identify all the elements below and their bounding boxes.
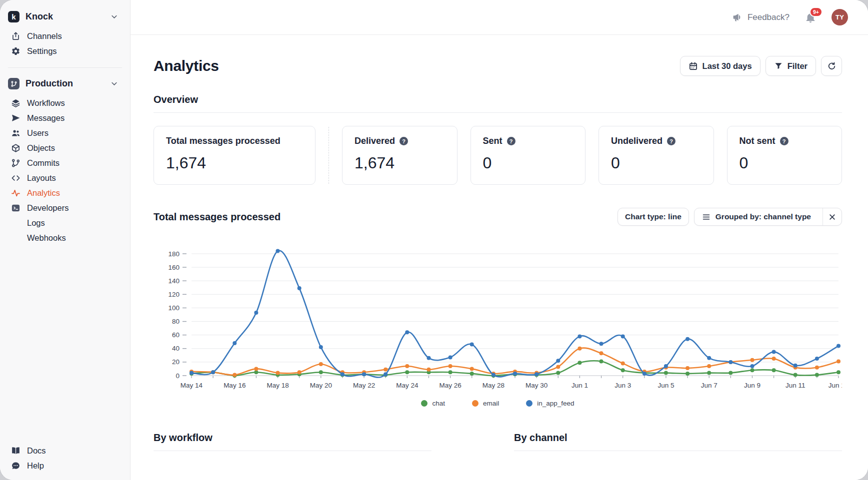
svg-text:Jun 13: Jun 13 xyxy=(828,382,842,389)
svg-text:Jun 5: Jun 5 xyxy=(658,382,674,389)
chart-section-heading: Total messages processed xyxy=(154,211,280,223)
developers-icon xyxy=(11,203,20,213)
workspace-switcher[interactable]: k Knock xyxy=(7,10,123,23)
refresh-icon xyxy=(827,61,836,71)
sidebar-item-label: Objects xyxy=(27,143,55,153)
sidebar-item-label: Settings xyxy=(27,46,57,56)
knock-logo-icon: k xyxy=(8,11,20,22)
settings-icon xyxy=(11,46,20,56)
stat-card-label: Delivered? xyxy=(354,136,445,146)
chart-type-label: Chart type: line xyxy=(625,212,682,221)
svg-text:20: 20 xyxy=(172,358,180,366)
svg-text:May 22: May 22 xyxy=(353,382,375,389)
stat-card-value: 1,674 xyxy=(166,154,303,172)
legend-item-email[interactable]: email xyxy=(472,400,499,407)
sidebar-item-channels[interactable]: Channels xyxy=(7,28,123,43)
by-channel-heading: By channel xyxy=(514,432,842,444)
stat-card-label: Total messages processed xyxy=(166,136,303,146)
svg-text:0: 0 xyxy=(176,372,180,380)
filter-label: Filter xyxy=(788,61,808,71)
svg-text:Jun 9: Jun 9 xyxy=(744,382,760,389)
sidebar-item-logs[interactable]: Logs xyxy=(7,215,123,230)
date-range-label: Last 30 days xyxy=(702,61,752,71)
sidebar-item-analytics[interactable]: Analytics xyxy=(7,185,123,200)
svg-text:140: 140 xyxy=(168,277,180,285)
legend-dot-icon xyxy=(526,400,532,407)
notifications-button[interactable]: 9+ xyxy=(804,11,816,23)
sidebar-item-label: Analytics xyxy=(27,188,60,198)
sidebar-primary-nav: ChannelsSettings xyxy=(7,28,123,58)
chevron-down-icon xyxy=(110,79,119,88)
svg-text:May 16: May 16 xyxy=(224,382,246,389)
stat-card-delivered: Delivered?1,674 xyxy=(342,126,458,185)
user-avatar[interactable]: TY xyxy=(832,9,848,25)
sidebar-item-developers[interactable]: Developers xyxy=(7,200,123,215)
close-icon xyxy=(828,212,837,222)
list-icon xyxy=(702,212,711,222)
svg-text:120: 120 xyxy=(168,291,180,298)
chart-type-button[interactable]: Chart type: line xyxy=(618,208,689,226)
stat-card-value: 1,674 xyxy=(354,154,445,172)
environment-switcher[interactable]: Production xyxy=(7,77,123,90)
svg-text:100: 100 xyxy=(168,304,180,312)
megaphone-icon xyxy=(732,12,742,22)
legend-label: chat xyxy=(432,400,445,407)
messages-line-chart[interactable]: 020406080100120140160180May 14May 16May … xyxy=(154,238,842,396)
sidebar-footer: DocsHelp xyxy=(7,438,123,473)
svg-text:May 26: May 26 xyxy=(439,382,461,389)
legend-item-in_app_feed[interactable]: in_app_feed xyxy=(526,400,574,407)
sidebar-item-messages[interactable]: Messages xyxy=(7,110,123,125)
by-workflow-rule xyxy=(154,451,432,451)
feedback-button[interactable]: Feedback? xyxy=(732,12,790,22)
stat-card-label: Not sent? xyxy=(740,136,830,146)
svg-text:Jun 1: Jun 1 xyxy=(572,382,588,389)
remove-grouping-button[interactable] xyxy=(822,208,842,225)
sidebar-item-help[interactable]: Help xyxy=(7,458,123,473)
overview-heading: Overview xyxy=(154,94,842,105)
svg-text:May 28: May 28 xyxy=(482,382,504,389)
sidebar-environment-nav: WorkflowsMessagesUsersObjectsCommitsLayo… xyxy=(7,95,123,245)
environment-name: Production xyxy=(26,78,104,89)
help-icon[interactable]: ? xyxy=(507,137,516,145)
sidebar-item-docs[interactable]: Docs xyxy=(7,443,123,458)
stat-card-label-text: Not sent xyxy=(740,136,776,146)
date-range-button[interactable]: Last 30 days xyxy=(680,56,760,76)
sidebar-item-layouts[interactable]: Layouts xyxy=(7,170,123,185)
help-icon[interactable]: ? xyxy=(780,137,788,145)
stat-card-value: 0 xyxy=(483,154,574,172)
filter-button[interactable]: Filter xyxy=(766,56,816,76)
docs-icon xyxy=(11,446,20,456)
stat-card-total-messages-processed: Total messages processed1,674 xyxy=(154,126,316,185)
page-controls: Last 30 days Filter xyxy=(680,56,842,76)
svg-text:Jun 7: Jun 7 xyxy=(701,382,718,389)
overview-rule xyxy=(154,112,842,113)
svg-text:80: 80 xyxy=(172,318,180,325)
chevron-down-icon xyxy=(110,12,119,21)
legend-item-chat[interactable]: chat xyxy=(421,400,445,407)
help-icon[interactable]: ? xyxy=(400,137,408,145)
svg-text:60: 60 xyxy=(172,331,180,339)
sidebar-divider xyxy=(8,67,122,68)
sidebar-item-commits[interactable]: Commits xyxy=(7,155,123,170)
legend-label: email xyxy=(483,400,499,407)
messages-icon xyxy=(11,113,20,123)
sidebar-item-label: Messages xyxy=(27,113,64,123)
svg-text:May 18: May 18 xyxy=(266,382,288,389)
stat-card-label: Sent? xyxy=(483,136,574,146)
help-icon[interactable]: ? xyxy=(667,137,676,145)
stat-card-label-text: Delivered xyxy=(354,136,395,146)
sidebar-item-objects[interactable]: Objects xyxy=(7,140,123,155)
stat-card-sent: Sent?0 xyxy=(470,126,586,185)
chart-controls: Chart type: line Grouped by: channel typ… xyxy=(618,208,842,226)
sidebar-item-users[interactable]: Users xyxy=(7,125,123,140)
sidebar-item-settings[interactable]: Settings xyxy=(7,43,123,58)
logs-icon xyxy=(11,218,20,228)
by-channel-section: By channel xyxy=(514,432,842,451)
notification-count-badge: 9+ xyxy=(810,7,822,17)
sidebar-item-webhooks[interactable]: Webhooks xyxy=(7,230,123,245)
refresh-button[interactable] xyxy=(821,56,842,76)
svg-text:May 24: May 24 xyxy=(396,382,418,389)
grouped-by-button[interactable]: Grouped by: channel type xyxy=(694,208,842,226)
grouped-by-label: Grouped by: channel type xyxy=(716,212,811,221)
sidebar-item-workflows[interactable]: Workflows xyxy=(7,95,123,110)
